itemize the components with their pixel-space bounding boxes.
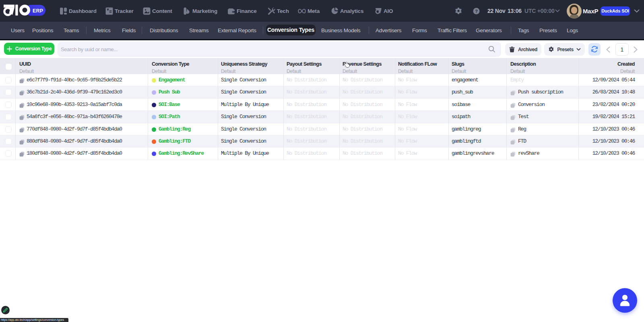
- svg-text:ERP: ERP: [33, 8, 43, 14]
- svg-text:?: ?: [475, 8, 478, 13]
